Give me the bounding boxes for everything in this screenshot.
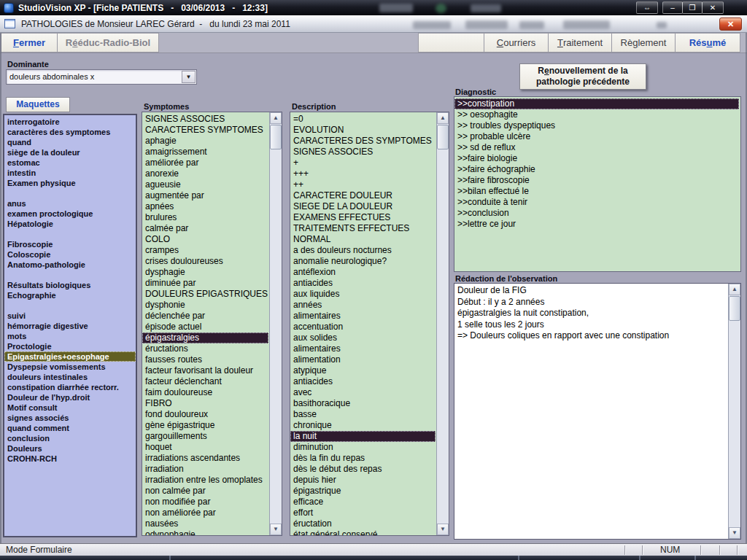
list-item[interactable]: CARACTERES DES SYMPTOMES: [290, 136, 436, 147]
list-item[interactable]: +++: [290, 168, 436, 179]
list-item[interactable]: mots: [4, 331, 136, 341]
symptomes-list[interactable]: SIGNES ASSOCIESCARACTERES SYMPTOMESaphag…: [142, 112, 282, 536]
observation-scrollbar[interactable]: ▲ ▼: [728, 284, 740, 539]
list-item[interactable]: SIEGE DE LA DOULEUR: [290, 201, 436, 212]
list-item[interactable]: Epigastralgies+oesophage: [4, 351, 136, 362]
dominante-dropdown[interactable]: douleurs abdominales x ▼: [6, 69, 197, 85]
list-item[interactable]: >> oesophagite: [454, 109, 739, 120]
list-item[interactable]: a des douleurs nocturnes: [290, 245, 436, 256]
list-item[interactable]: FIBRO: [142, 398, 268, 409]
list-item[interactable]: efficace: [290, 497, 436, 508]
list-item[interactable]: basithoracique: [290, 398, 436, 409]
list-item[interactable]: anorexie: [142, 168, 268, 179]
list-item[interactable]: Examen physique: [4, 178, 136, 188]
scrollbar-thumb[interactable]: [270, 125, 282, 149]
symptomes-scrollbar[interactable]: ▲ ▼: [269, 112, 282, 535]
scroll-down-icon[interactable]: ▼: [270, 524, 282, 535]
list-item[interactable]: +: [290, 158, 436, 168]
list-item[interactable]: anomalie neurologique?: [290, 256, 436, 267]
description-list[interactable]: =0EVOLUTIONCARACTERES DES SYMPTOMESSIGNE…: [290, 112, 449, 536]
list-item[interactable]: facteur favorisant la douleur: [142, 365, 268, 376]
list-item[interactable]: Douleurs: [4, 443, 136, 454]
list-item[interactable]: années: [290, 300, 436, 311]
list-item[interactable]: augmentée par: [142, 190, 268, 201]
list-item[interactable]: Motif consult: [4, 402, 136, 413]
list-item[interactable]: >>faire biologie: [454, 153, 739, 164]
list-item[interactable]: épisode actuel: [142, 322, 268, 332]
list-item[interactable]: améliorée par: [142, 158, 268, 168]
list-item[interactable]: =0: [290, 114, 436, 125]
list-item[interactable]: avec: [290, 387, 436, 398]
list-item[interactable]: irradiation: [142, 464, 268, 475]
list-item[interactable]: >>constipation: [454, 98, 739, 109]
list-item[interactable]: CROHN-RCH: [4, 454, 136, 464]
list-item[interactable]: dysphonie: [142, 300, 268, 311]
list-item[interactable]: faim douloureuse: [142, 387, 268, 398]
list-item[interactable]: >> troubles dyspeptiques: [454, 120, 739, 131]
list-item[interactable]: crises douloureuses: [142, 256, 268, 267]
list-item[interactable]: hoquet: [142, 442, 268, 453]
scroll-up-icon[interactable]: ▲: [270, 112, 282, 124]
list-item[interactable]: EVOLUTION: [290, 125, 436, 136]
tab-fermer[interactable]: Fermer: [1, 33, 58, 52]
list-item[interactable]: aphagie: [142, 136, 268, 147]
list-item[interactable]: suivi: [4, 311, 136, 321]
list-item[interactable]: dès le début des repas: [290, 464, 436, 475]
list-item[interactable]: examen proctologique: [4, 209, 136, 219]
list-item[interactable]: >>bilan effectué le: [454, 186, 739, 197]
list-item[interactable]: depuis hier: [290, 475, 436, 486]
list-item[interactable]: >>faire fibroscopie: [454, 175, 739, 186]
list-item[interactable]: NORMAL: [290, 234, 436, 245]
tab-resume[interactable]: Résumé: [675, 33, 740, 52]
list-item[interactable]: antiacides: [290, 278, 436, 289]
dropdown-arrow-button[interactable]: ▼: [182, 71, 196, 83]
document-close-button[interactable]: ✕: [719, 18, 742, 31]
close-button[interactable]: ✕: [702, 1, 724, 14]
maximize-button[interactable]: ❐: [682, 1, 703, 14]
observation-editor[interactable]: Douleur de la FIG Début : il y a 2 année…: [454, 283, 741, 540]
list-item[interactable]: basse: [290, 409, 436, 420]
maquettes-button[interactable]: Maquettes: [6, 97, 70, 112]
list-item[interactable]: diminuée par: [142, 278, 268, 289]
list-item[interactable]: diminution: [290, 442, 436, 453]
list-item[interactable]: atypique: [290, 365, 436, 376]
list-item[interactable]: Dyspepsie vomissements: [4, 362, 136, 372]
list-item[interactable]: Proctologie: [4, 341, 136, 351]
list-item[interactable]: gène épigastrique: [142, 420, 268, 431]
list-item[interactable]: quand comment: [4, 423, 136, 433]
list-item[interactable]: [4, 229, 136, 239]
list-item[interactable]: brulures: [142, 212, 268, 223]
list-item[interactable]: aux solides: [290, 332, 436, 343]
minimize-button[interactable]: –: [662, 1, 683, 14]
list-item[interactable]: alimentaires: [290, 343, 436, 354]
list-item[interactable]: CARACTERES SYMPTOMES: [142, 125, 268, 136]
list-item[interactable]: >>conduite à tenir: [454, 197, 739, 208]
list-item[interactable]: chronique: [290, 420, 436, 431]
list-item[interactable]: fausses routes: [142, 354, 268, 365]
list-item[interactable]: calmée par: [142, 223, 268, 234]
list-item[interactable]: Douleur de l'hyp.droit: [4, 392, 136, 402]
list-item[interactable]: non améliorée par: [142, 508, 268, 518]
scrollbar-thumb[interactable]: [437, 125, 449, 149]
list-item[interactable]: alimentaires: [290, 311, 436, 322]
list-item[interactable]: >> probable ulcère: [454, 131, 739, 142]
scroll-up-icon[interactable]: ▲: [729, 284, 740, 295]
list-item[interactable]: nausées: [142, 518, 268, 529]
scroll-up-icon[interactable]: ▲: [437, 112, 449, 124]
list-item[interactable]: Anatomo-pathologie: [4, 260, 136, 270]
list-item[interactable]: hémorragie digestive: [4, 321, 136, 331]
list-item[interactable]: alimentation: [290, 354, 436, 365]
list-item[interactable]: éructations: [142, 343, 268, 354]
language-swap-button[interactable]: ⇔: [636, 1, 658, 14]
list-item[interactable]: quand: [4, 137, 136, 147]
list-item[interactable]: CARACTERE DOULEUR: [290, 190, 436, 201]
tab-reeduc-radio-biol[interactable]: Rééduc-Radio-Biol: [57, 33, 159, 52]
list-item[interactable]: état général conservé: [290, 529, 436, 536]
list-item[interactable]: [4, 188, 136, 198]
list-item[interactable]: facteur déclenchant: [142, 376, 268, 387]
list-item[interactable]: accentuation: [290, 322, 436, 332]
list-item[interactable]: éructation: [290, 518, 436, 529]
list-item[interactable]: épigastralgies: [142, 332, 268, 343]
description-scrollbar[interactable]: ▲ ▼: [436, 112, 449, 535]
list-item[interactable]: irradiation entre les omoplates: [142, 475, 268, 486]
